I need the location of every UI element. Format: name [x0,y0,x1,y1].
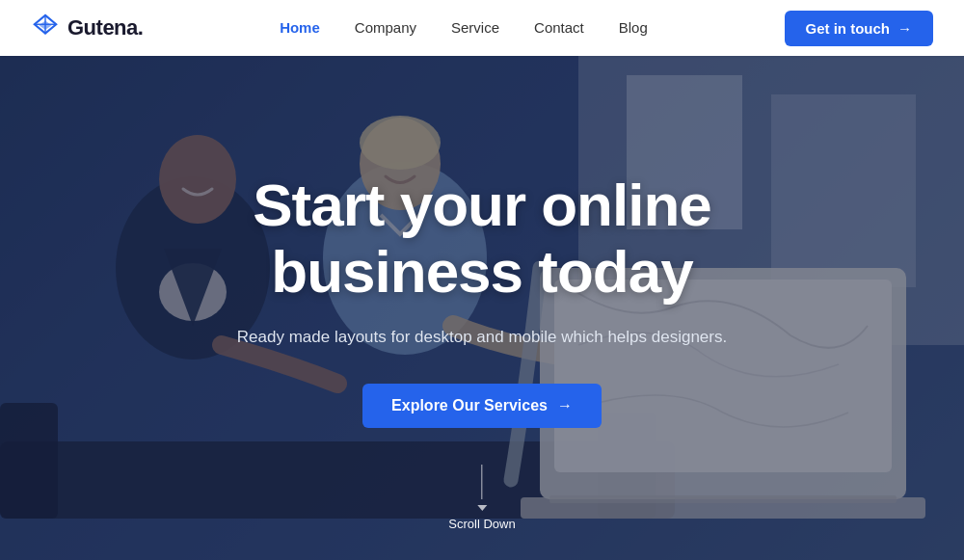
scroll-line [481,465,482,499]
hero-content: Start your online business today Ready m… [145,171,819,427]
explore-services-button[interactable]: Explore Our Services → [362,384,602,428]
hero-subtitle: Ready made layouts for desktop and mobil… [145,324,819,350]
scroll-down-indicator[interactable]: Scroll Down [448,465,515,531]
nav-item-service[interactable]: Service [451,19,499,37]
scroll-down-label: Scroll Down [448,517,515,531]
hero-title: Start your online business today [145,171,819,305]
logo-icon [31,13,60,42]
logo-link[interactable]: Gutena. [31,13,143,42]
arrow-icon: → [897,20,912,37]
navbar: Gutena. Home Company Service Contact Blo… [0,0,964,56]
scroll-arrow-icon [477,505,487,511]
nav-item-company[interactable]: Company [355,19,416,37]
nav-item-contact[interactable]: Contact [534,19,584,37]
btn-arrow-icon: → [557,397,573,414]
nav-menu: Home Company Service Contact Blog [280,19,648,37]
get-in-touch-button[interactable]: Get in touch → [785,11,934,46]
nav-item-blog[interactable]: Blog [619,19,648,37]
hero-section: Start your online business today Ready m… [0,0,964,560]
logo-text: Gutena. [67,15,143,40]
nav-item-home[interactable]: Home [280,19,320,37]
